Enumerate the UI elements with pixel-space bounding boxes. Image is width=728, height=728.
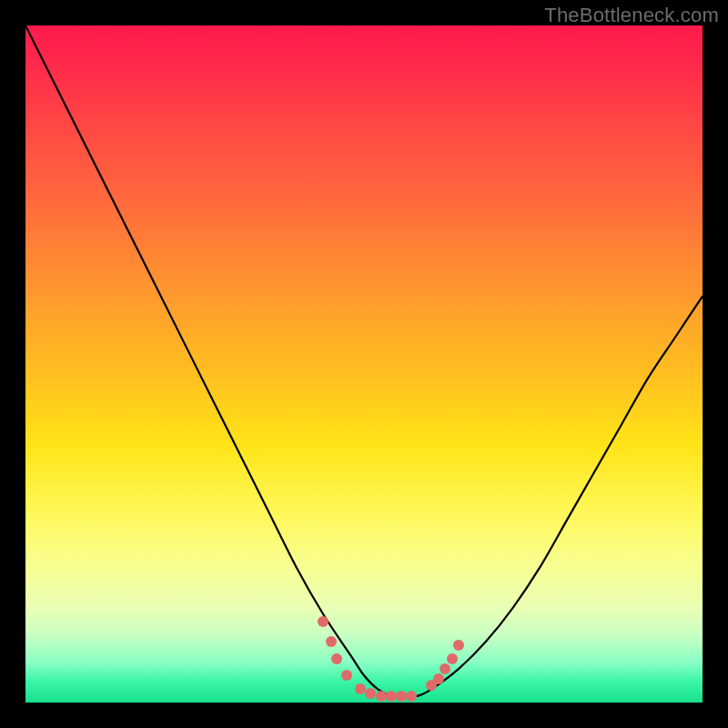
- plot-area: [25, 25, 703, 703]
- curve-marker: [331, 653, 342, 664]
- curve-marker: [386, 691, 397, 702]
- curve-marker: [326, 636, 337, 647]
- curve-marker: [440, 663, 450, 674]
- curve-marker: [453, 640, 464, 651]
- curve-marker: [341, 670, 352, 681]
- curve-marker: [433, 673, 444, 684]
- curve-marker: [376, 691, 387, 702]
- marker-layer: [25, 25, 703, 703]
- curve-marker: [447, 653, 458, 664]
- curve-marker: [365, 688, 376, 699]
- curve-marker: [406, 691, 417, 702]
- watermark-text: TheBottleneck.com: [544, 4, 719, 27]
- curve-marker: [318, 616, 329, 627]
- chart-frame: TheBottleneck.com: [0, 0, 728, 728]
